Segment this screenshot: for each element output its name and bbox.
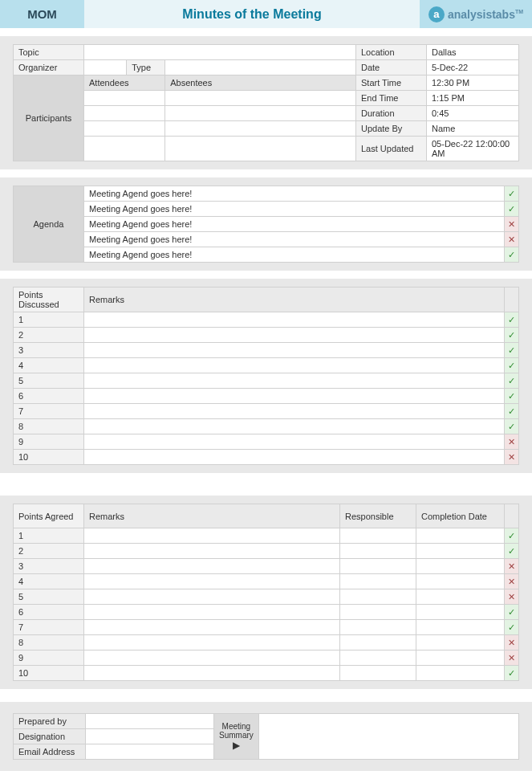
- remarks-cell[interactable]: [84, 312, 505, 328]
- remarks-cell[interactable]: [84, 419, 505, 434]
- completion-date-cell[interactable]: [416, 544, 505, 559]
- cross-icon: ✕: [505, 574, 519, 589]
- attendee-cell[interactable]: [84, 137, 165, 161]
- check-icon: ✓: [505, 373, 519, 389]
- attendee-cell[interactable]: [84, 91, 165, 106]
- responsible-cell[interactable]: [340, 666, 416, 681]
- remarks-cell[interactable]: [84, 373, 505, 389]
- remarks-cell[interactable]: [84, 651, 340, 666]
- check-icon: ✓: [505, 404, 519, 419]
- date-label: Date: [356, 60, 427, 75]
- cross-icon: ✕: [505, 589, 519, 605]
- row-number: 7: [14, 404, 84, 419]
- responsible-cell[interactable]: [340, 528, 416, 544]
- responsible-cell[interactable]: [340, 544, 416, 559]
- completion-date-cell[interactable]: [416, 589, 505, 605]
- completion-date-cell[interactable]: [416, 635, 505, 651]
- remarks-cell[interactable]: [84, 635, 340, 651]
- absentee-cell[interactable]: [165, 91, 356, 106]
- responsible-cell[interactable]: [340, 589, 416, 605]
- row-number: 6: [14, 389, 84, 404]
- attendees-label: Attendees: [84, 75, 165, 91]
- agenda-table: AgendaMeeting Agend goes here!✓Meeting A…: [13, 186, 519, 263]
- row-number: 10: [14, 666, 84, 681]
- agreed-table: Points Agreed Remarks Responsible Comple…: [13, 504, 519, 681]
- agenda-item[interactable]: Meeting Agend goes here!: [84, 247, 505, 263]
- row-number: 9: [14, 651, 84, 666]
- completion-date-cell[interactable]: [416, 620, 505, 635]
- duration-value[interactable]: 0:45: [427, 106, 519, 121]
- absentee-cell[interactable]: [165, 137, 356, 161]
- last-updated-value[interactable]: 05-Dec-22 12:00:00 AM: [427, 137, 519, 161]
- date-value[interactable]: 5-Dec-22: [427, 60, 519, 75]
- end-time-value[interactable]: 1:15 PM: [427, 91, 519, 106]
- update-by-value[interactable]: Name: [427, 121, 519, 137]
- remarks-cell[interactable]: [84, 574, 340, 589]
- footer-section: Prepared by Meeting Summary ▶ Designatio…: [0, 702, 532, 771]
- meeting-summary-value[interactable]: [258, 714, 518, 760]
- responsible-cell[interactable]: [340, 559, 416, 574]
- arrow-right-icon: ▶: [219, 740, 254, 751]
- attendee-cell[interactable]: [84, 121, 165, 137]
- email-value[interactable]: [86, 744, 214, 760]
- remarks-cell[interactable]: [84, 666, 340, 681]
- remarks-cell[interactable]: [84, 544, 340, 559]
- attendee-cell[interactable]: [84, 106, 165, 121]
- remarks-cell[interactable]: [84, 343, 505, 358]
- meta-section: Topic Location Dallas Organizer Type Dat…: [0, 36, 532, 169]
- responsible-cell[interactable]: [340, 651, 416, 666]
- responsible-cell[interactable]: [340, 605, 416, 620]
- responsible-cell[interactable]: [340, 620, 416, 635]
- remarks-cell[interactable]: [84, 620, 340, 635]
- row-number: 8: [14, 635, 84, 651]
- topic-value[interactable]: [84, 45, 356, 60]
- remarks-cell[interactable]: [84, 389, 505, 404]
- check-icon: ✓: [505, 358, 519, 373]
- remarks-cell[interactable]: [84, 358, 505, 373]
- responsible-cell[interactable]: [340, 574, 416, 589]
- responsible-cell[interactable]: [340, 635, 416, 651]
- check-icon: ✓: [505, 389, 519, 404]
- points-section: Points Discussed Remarks 1✓2✓3✓4✓5✓6✓7✓8…: [0, 279, 532, 473]
- completion-date-cell[interactable]: [416, 605, 505, 620]
- remarks-cell[interactable]: [84, 589, 340, 605]
- row-number: 2: [14, 328, 84, 343]
- end-time-label: End Time: [356, 91, 427, 106]
- completion-date-cell[interactable]: [416, 574, 505, 589]
- agenda-item[interactable]: Meeting Agend goes here!: [84, 202, 505, 217]
- row-number: 3: [14, 559, 84, 574]
- designation-value[interactable]: [86, 729, 214, 744]
- remarks-cell[interactable]: [84, 528, 340, 544]
- type-value[interactable]: [165, 60, 356, 75]
- agenda-item[interactable]: Meeting Agend goes here!: [84, 186, 505, 202]
- remarks-cell[interactable]: [84, 559, 340, 574]
- location-value[interactable]: Dallas: [427, 45, 519, 60]
- footer-table: Prepared by Meeting Summary ▶ Designatio…: [13, 713, 519, 760]
- start-time-value[interactable]: 12:30 PM: [427, 75, 519, 91]
- remarks-cell[interactable]: [84, 328, 505, 343]
- prepared-by-value[interactable]: [86, 714, 214, 729]
- absentee-cell[interactable]: [165, 106, 356, 121]
- update-by-label: Update By: [356, 121, 427, 137]
- remarks-cell[interactable]: [84, 605, 340, 620]
- completion-date-cell[interactable]: [416, 666, 505, 681]
- points-header-num: Points Discussed: [14, 288, 84, 312]
- header-bar: MOM Minutes of the Meeting a analysistab…: [0, 0, 532, 28]
- completion-date-cell[interactable]: [416, 528, 505, 544]
- agenda-item[interactable]: Meeting Agend goes here!: [84, 217, 505, 232]
- row-number: 2: [14, 544, 84, 559]
- remarks-cell[interactable]: [84, 434, 505, 450]
- last-updated-label: Last Updated: [356, 137, 427, 161]
- remarks-cell[interactable]: [84, 450, 505, 465]
- agenda-item[interactable]: Meeting Agend goes here!: [84, 232, 505, 247]
- points-header-remarks: Remarks: [84, 288, 505, 312]
- brand: a analysistabsTM: [420, 0, 532, 28]
- completion-date-cell[interactable]: [416, 559, 505, 574]
- absentee-cell[interactable]: [165, 121, 356, 137]
- row-number: 7: [14, 620, 84, 635]
- remarks-cell[interactable]: [84, 404, 505, 419]
- organizer-value[interactable]: [84, 60, 127, 75]
- completion-date-cell[interactable]: [416, 651, 505, 666]
- participants-label: Participants: [14, 75, 84, 161]
- cross-icon: ✕: [505, 434, 519, 450]
